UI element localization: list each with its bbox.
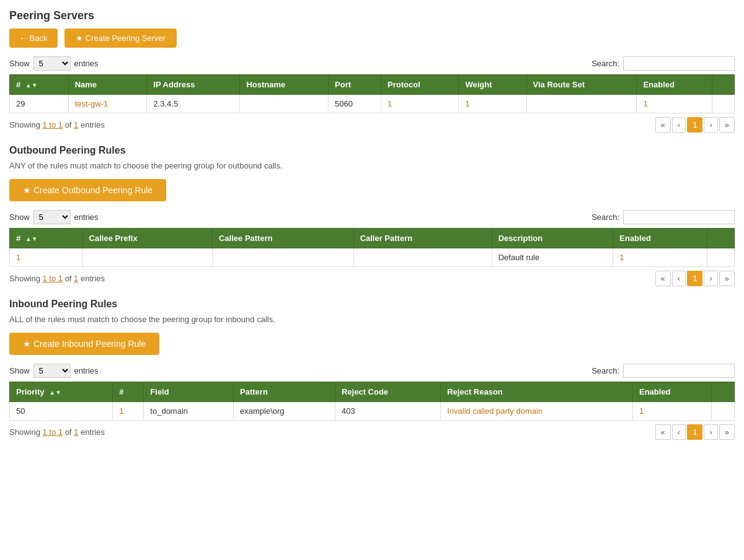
outbound-pager: « ‹ 1 › » — [655, 271, 735, 286]
in-row-pattern: example\org — [234, 402, 335, 421]
server-hostname — [240, 95, 329, 113]
table-row: 1 Default rule 1 — [10, 248, 735, 267]
outbound-section: Outbound Peering Rules ANY of the rules … — [9, 145, 735, 286]
show-label: Show — [9, 59, 30, 68]
out-col-actions — [707, 229, 734, 248]
col-protocol: Protocol — [381, 75, 459, 95]
out-pager-prev[interactable]: ‹ — [672, 271, 686, 286]
outbound-description: ANY of the rules must match to choose th… — [9, 161, 735, 170]
in-col-reject-code: Reject Code — [335, 382, 440, 402]
out-col-id[interactable]: # ▲▼ — [10, 229, 83, 248]
in-pager-next[interactable]: › — [704, 424, 717, 440]
out-row-callee-pattern — [212, 248, 353, 267]
out-col-caller-pattern: Caller Pattern — [353, 229, 492, 248]
out-row-description: Default rule — [492, 248, 613, 267]
outbound-title: Outbound Peering Rules — [9, 145, 735, 156]
in-pager-prev[interactable]: ‹ — [672, 424, 686, 440]
server-id: 29 — [10, 95, 69, 113]
in-row-reject-reason: Invalid called party domain — [441, 402, 633, 421]
server-enabled: 1 — [637, 95, 712, 113]
outbound-show-select[interactable]: 5 10 25 — [33, 210, 71, 224]
out-col-callee-pattern: Callee Pattern — [212, 229, 353, 248]
servers-search-input[interactable] — [623, 56, 735, 71]
servers-pager: « ‹ 1 › » — [655, 117, 735, 133]
in-pager-last[interactable]: » — [719, 424, 735, 440]
out-pager-last[interactable]: » — [719, 271, 735, 286]
table-row: 29 test-gw-1 2.3.4.5 5060 1 1 1 — [10, 95, 735, 113]
in-col-id: # — [113, 382, 144, 402]
page-title: Peering Servers — [9, 9, 735, 22]
servers-pagination: Showing 1 to 1 of 1 entries « ‹ 1 › » — [9, 117, 735, 133]
in-row-id: 1 — [113, 402, 144, 421]
inbound-table: Priority ▲▼ # Field Pattern Reject Code … — [9, 382, 735, 421]
inbound-pagination: Showing 1 to 1 of 1 entries « ‹ 1 › » — [9, 424, 735, 440]
pager-first[interactable]: « — [655, 117, 671, 133]
out-col-description: Description — [492, 229, 613, 248]
pager-prev[interactable]: ‹ — [672, 117, 686, 133]
create-peering-server-button[interactable]: ★ Create Peering Server — [64, 28, 177, 48]
back-button[interactable]: ← Back — [9, 28, 58, 48]
search-label: Search: — [591, 59, 619, 68]
servers-section: Show 5 10 25 entries Search: # ▲▼ Name I… — [9, 56, 735, 133]
out-pager-first[interactable]: « — [655, 271, 671, 286]
inbound-pager: « ‹ 1 › » — [655, 424, 735, 440]
inbound-show-select[interactable]: 5 10 25 — [33, 364, 71, 378]
inbound-search-input[interactable] — [623, 364, 735, 378]
servers-page-info: Showing 1 to 1 of 1 entries — [9, 120, 105, 129]
out-pager-1[interactable]: 1 — [687, 271, 702, 286]
outbound-search-label: Search: — [591, 212, 619, 222]
inbound-page-info: Showing 1 to 1 of 1 entries — [9, 427, 105, 437]
in-row-priority: 50 — [10, 402, 113, 421]
in-pager-first[interactable]: « — [655, 424, 671, 440]
in-col-priority[interactable]: Priority ▲▼ — [10, 382, 113, 402]
out-col-callee-prefix: Callee Prefix — [82, 229, 212, 248]
server-name: test-gw-1 — [68, 95, 147, 113]
col-id[interactable]: # ▲▼ — [10, 75, 69, 95]
outbound-page-info: Showing 1 to 1 of 1 entries — [9, 274, 105, 283]
pager-next[interactable]: › — [704, 117, 717, 133]
out-col-enabled: Enabled — [613, 229, 707, 248]
server-weight: 1 — [459, 95, 526, 113]
entries-label: entries — [74, 59, 99, 68]
in-col-enabled: Enabled — [632, 382, 711, 402]
inbound-section: Inbound Peering Rules ALL of the rules m… — [9, 299, 735, 440]
out-pager-next[interactable]: › — [704, 271, 717, 286]
in-col-pattern: Pattern — [234, 382, 335, 402]
out-row-enabled: 1 — [613, 248, 707, 267]
in-row-enabled: 1 — [632, 402, 711, 421]
pager-1[interactable]: 1 — [687, 117, 702, 133]
pager-last[interactable]: » — [719, 117, 735, 133]
out-row-caller-pattern — [353, 248, 492, 267]
inbound-search-label: Search: — [591, 366, 619, 375]
col-hostname: Hostname — [240, 75, 329, 95]
col-weight: Weight — [459, 75, 526, 95]
in-col-field: Field — [144, 382, 234, 402]
server-actions — [712, 95, 735, 113]
col-port: Port — [329, 75, 381, 95]
outbound-search-input[interactable] — [623, 210, 735, 224]
server-port: 5060 — [329, 95, 381, 113]
outbound-table: # ▲▼ Callee Prefix Callee Pattern Caller… — [9, 228, 735, 267]
in-row-field: to_domain — [144, 402, 234, 421]
in-pager-1[interactable]: 1 — [687, 424, 702, 440]
toolbar: ← Back ★ Create Peering Server — [9, 28, 735, 48]
in-row-reject-code: 403 — [335, 402, 440, 421]
col-ip: IP Address — [147, 75, 240, 95]
server-protocol: 1 — [381, 95, 459, 113]
out-row-callee-prefix — [82, 248, 212, 267]
outbound-entries-label: entries — [74, 212, 99, 222]
out-row-actions — [707, 248, 734, 267]
inbound-title: Inbound Peering Rules — [9, 299, 735, 310]
show-entries-select[interactable]: 5 10 25 — [33, 56, 71, 71]
in-col-actions — [711, 382, 734, 402]
inbound-show-label: Show — [9, 366, 30, 375]
server-ip: 2.3.4.5 — [147, 95, 240, 113]
outbound-show-label: Show — [9, 212, 30, 222]
servers-table: # ▲▼ Name IP Address Hostname Port Proto… — [9, 74, 735, 113]
table-row: 50 1 to_domain example\org 403 Invalid c… — [10, 402, 735, 421]
outbound-pagination: Showing 1 to 1 of 1 entries « ‹ 1 › » — [9, 271, 735, 286]
create-inbound-rule-button[interactable]: ★ Create Inbound Peering Rule — [9, 333, 159, 355]
server-via-route-set — [526, 95, 637, 113]
create-outbound-rule-button[interactable]: ★ Create Outbound Peering Rule — [9, 179, 166, 201]
col-name: Name — [68, 75, 147, 95]
